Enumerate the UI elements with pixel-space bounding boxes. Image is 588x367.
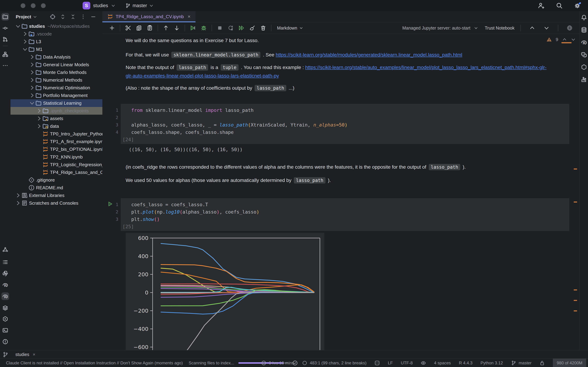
run-cell-icon[interactable] xyxy=(189,24,197,32)
services-icon[interactable] xyxy=(1,315,9,323)
database-icon[interactable] xyxy=(580,26,588,34)
tree-item-statistical-learning[interactable]: Statistical Learning xyxy=(10,99,102,107)
ai-assistant-icon[interactable] xyxy=(580,51,588,58)
error-stripe-mark[interactable] xyxy=(574,310,577,311)
prev-cell-icon[interactable] xyxy=(528,24,536,32)
next-warning-icon[interactable] xyxy=(571,37,576,42)
project-name[interactable]: studies xyxy=(93,3,108,8)
tab-label[interactable]: TP4_Ridge_Lasso_and_CV.ipynb xyxy=(116,14,184,19)
markdown-link[interactable]: glr-auto-examples-linear-model-plot-lass… xyxy=(126,73,279,78)
tree-item-assets[interactable]: assets xyxy=(10,115,102,122)
add-cell-icon[interactable] xyxy=(108,24,116,32)
tree-item-l3[interactable]: L3 xyxy=(10,38,102,45)
status-widget-4-spaces[interactable]: 4 spaces xyxy=(434,359,451,367)
chevron-right-icon[interactable] xyxy=(22,39,28,45)
trust-notebook-button[interactable]: Trust Notebook xyxy=(485,25,515,31)
chevron-down-icon[interactable] xyxy=(22,46,28,52)
status-widget-r-4-4-3[interactable]: R 4.4.3 xyxy=(459,359,472,367)
status-widget-master[interactable]: master xyxy=(511,359,531,367)
error-stripe-mark[interactable] xyxy=(574,168,577,169)
python-packages-icon[interactable] xyxy=(1,270,9,277)
more-tool-windows-icon[interactable] xyxy=(1,62,9,69)
chevron-down-icon[interactable] xyxy=(15,23,21,29)
status-widget-lf[interactable]: LF xyxy=(388,359,393,367)
zoom-window-button[interactable] xyxy=(41,3,46,8)
error-stripe-mark[interactable] xyxy=(574,289,577,291)
tree-item-tp2-knn-ipynb[interactable]: TP2_KNN.ipynb xyxy=(10,153,102,161)
project-folder-icon[interactable] xyxy=(1,13,9,21)
tree-item--vscode[interactable]: .vscode xyxy=(10,30,102,38)
tree-item-tp0-intro-jupyter-python-ip[interactable]: TP0_Intro_Jupyter_Python.ip xyxy=(10,130,102,138)
expand-all-icon[interactable] xyxy=(60,14,66,20)
move-cell-down-icon[interactable] xyxy=(173,24,181,32)
error-stripe-mark[interactable] xyxy=(562,42,571,43)
chevron-right-icon[interactable] xyxy=(15,200,21,206)
vcs-widget[interactable]: master xyxy=(125,3,154,8)
chevron-down-icon[interactable] xyxy=(29,100,35,106)
tree-item-general-linear-models[interactable]: General Linear Models xyxy=(10,61,102,68)
stop-kernel-icon[interactable] xyxy=(216,24,224,32)
pull-requests-icon[interactable] xyxy=(1,35,9,43)
tree-item-numerical-optimisation[interactable]: Numerical Optimisation xyxy=(10,84,102,92)
status-widget-980-of-4200m[interactable]: 980 of 4200M xyxy=(553,359,586,367)
tree-item-numerical-methods[interactable]: Numerical Methods xyxy=(10,76,102,84)
collapse-all-icon[interactable] xyxy=(70,14,76,20)
chevron-right-icon[interactable] xyxy=(22,31,28,37)
status-widget-utf-8[interactable]: UTF-8 xyxy=(401,359,413,367)
tree-item--ipynb-checkpoints[interactable]: .ipynb_checkpoints xyxy=(10,107,102,115)
more-options-icon[interactable] xyxy=(80,14,86,20)
restart-kernel-icon[interactable] xyxy=(227,24,234,32)
chevron-right-icon[interactable] xyxy=(15,192,21,198)
search-icon[interactable] xyxy=(556,2,563,9)
error-stripe-mark[interactable] xyxy=(574,300,577,301)
minimize-window-button[interactable] xyxy=(31,3,35,8)
run-cell-gutter-icon[interactable] xyxy=(108,201,113,207)
markdown-link[interactable]: https://scikit-learn.org/stable/auto_exa… xyxy=(305,65,546,70)
status-widget-unlock[interactable] xyxy=(539,359,545,367)
r-console-icon[interactable]: R xyxy=(580,38,588,46)
tree-item-external-libraries[interactable]: External Libraries xyxy=(10,192,102,199)
project-widget[interactable]: S studies xyxy=(83,2,115,9)
hexagon-ring-icon[interactable] xyxy=(580,63,588,71)
notifications-bell-icon[interactable] xyxy=(580,14,588,21)
problems-icon[interactable] xyxy=(1,338,9,345)
locate-file-icon[interactable] xyxy=(50,14,55,20)
r-graphics-icon[interactable]: R xyxy=(1,281,9,289)
tree-item-readme-md[interactable]: README.md xyxy=(10,184,102,192)
globe-icon[interactable] xyxy=(566,24,573,32)
tree-item-m1[interactable]: M1 xyxy=(10,45,102,53)
tree-item-tp1-a-first-example-ipynb[interactable]: TP1_A_first_example.ipynb xyxy=(10,138,102,145)
tree-item--gitignore[interactable]: .gitignore xyxy=(10,176,102,184)
run-all-cells-icon[interactable] xyxy=(238,24,245,32)
tab-notebook[interactable]: TP4_Ridge_Lasso_and_CV.ipynb × xyxy=(102,11,196,22)
terminal-icon[interactable] xyxy=(1,326,9,334)
tree-item-scratches-and-consoles[interactable]: Scratches and Consoles xyxy=(10,199,102,207)
chevron-right-icon[interactable] xyxy=(29,62,35,68)
markdown-link[interactable]: https://scikit-learn.org/stable/modules/… xyxy=(276,52,462,58)
status-message[interactable]: Claude Client is not installed // Open I… xyxy=(6,359,183,367)
commit-icon[interactable] xyxy=(1,24,9,32)
move-cell-up-icon[interactable] xyxy=(162,24,170,32)
chevron-right-icon[interactable] xyxy=(29,85,35,91)
chevron-right-icon[interactable] xyxy=(29,69,35,75)
status-widget-python-3-12[interactable]: Python 3.12 xyxy=(481,359,503,367)
cell-type-dropdown[interactable]: Markdown xyxy=(277,25,303,31)
tree-item-tp3-logistic-regression-an[interactable]: TP3_Logistic_Regression_an xyxy=(10,161,102,168)
tree-item-data[interactable]: data xyxy=(10,122,102,130)
cut-cell-icon[interactable] xyxy=(124,24,132,32)
hide-panel-icon[interactable] xyxy=(90,14,96,20)
settings-gear-icon[interactable] xyxy=(574,2,581,9)
next-cell-icon[interactable] xyxy=(543,24,550,32)
tree-item-tp4-ridge-lasso-and-cv-ip[interactable]: TP4_Ridge_Lasso_and_CV.ip xyxy=(10,168,102,176)
error-stripe-mark[interactable] xyxy=(574,201,577,202)
chevron-right-icon[interactable] xyxy=(29,77,35,83)
status-widget-3-hrs-18-mins[interactable]: 3 hrs 18 mins xyxy=(261,359,294,367)
status-widget-robot-grid[interactable] xyxy=(374,359,380,367)
close-window-button[interactable] xyxy=(21,3,25,8)
debug-cell-icon[interactable] xyxy=(200,24,207,32)
r-console-icon[interactable]: R xyxy=(1,292,9,300)
tool-window-tab[interactable]: studies xyxy=(15,352,29,357)
tree-item-portfolio-management[interactable]: Portfolio Management xyxy=(10,92,102,99)
plugin-puzzle-icon[interactable] xyxy=(580,76,588,83)
cell-code[interactable]: coefs_lasso = coefs_lasso.Tplt.plot(np.l… xyxy=(121,198,569,231)
